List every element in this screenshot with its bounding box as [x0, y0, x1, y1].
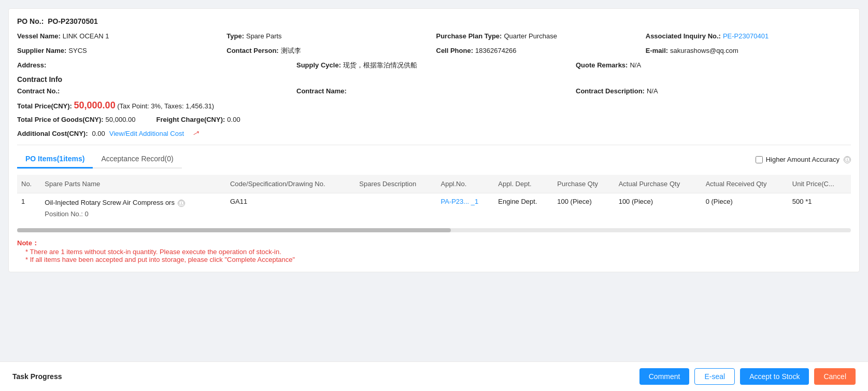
- goods-price-item: Total Price of Goods(CNY): 50,000.00: [17, 114, 135, 125]
- col-actual-received-qty: Actual Received Qty: [702, 175, 788, 193]
- freight-item: Freight Charge(CNY): 0.00: [156, 114, 240, 125]
- tab-po-items[interactable]: PO Items(1items): [17, 150, 93, 169]
- part-name: Oil-Injected Rotary Screw Air Compress o…: [45, 198, 222, 208]
- part-info-icon[interactable]: ⓘ: [178, 200, 185, 207]
- vessel-name-label: Vessel Name:: [17, 31, 61, 42]
- contract-no-item: Contract No.:: [17, 86, 292, 97]
- eseal-button[interactable]: E-seal: [694, 368, 735, 385]
- tab-acceptance-record[interactable]: Acceptance Record(0): [93, 150, 181, 169]
- purchase-plan-label: Purchase Plan Type:: [436, 31, 502, 42]
- page-wrapper: PO No.: PO-P23070501 Vessel Name: LINK O…: [0, 0, 868, 391]
- cancel-button[interactable]: Cancel: [814, 368, 856, 385]
- col-no: No.: [17, 175, 40, 193]
- note-label: Note：: [17, 239, 39, 247]
- info-grid-row2: Supplier Name: SYCS Contact Person: 测试李 …: [17, 45, 851, 57]
- contract-name-item: Contract Name:: [296, 86, 572, 97]
- note-section: Note： * There are 1 items without stock-…: [17, 239, 851, 263]
- contract-desc-value: N/A: [647, 86, 658, 97]
- po-number-label: PO No.:: [17, 17, 44, 25]
- price-row: Total Price of Goods(CNY): 50,000.00 Fre…: [17, 114, 851, 125]
- higher-accuracy-label: Higher Amount Accuracy: [766, 156, 839, 163]
- appl-no-link[interactable]: PA-P23... _1: [440, 198, 478, 205]
- footer-bar: Task Progress Comment E-seal Accept to S…: [0, 361, 868, 391]
- col-appl-no: Appl.No.: [436, 175, 494, 193]
- contract-no-label: Contract No.:: [17, 86, 60, 97]
- supplier-name-label: Supplier Name:: [17, 45, 66, 57]
- tabs-row: PO Items(1items) Acceptance Record(0) Hi…: [17, 150, 851, 169]
- email-label: E-mail:: [646, 45, 668, 57]
- cell-description: [355, 193, 436, 222]
- total-price-label: Total Price(CNY):: [17, 102, 72, 110]
- cell-unit-price: 500 *1: [788, 193, 851, 222]
- supply-cycle-label: Supply Cycle:: [296, 60, 341, 71]
- col-actual-purchase-qty: Actual Purchase Qty: [615, 175, 702, 193]
- contract-desc-label: Contract Description:: [576, 86, 645, 97]
- email-value: sakurashows@qq.com: [670, 45, 738, 57]
- table-header-row: No. Spare Parts Name Code/Specification/…: [17, 175, 851, 193]
- contract-desc-item: Contract Description: N/A: [576, 86, 851, 97]
- cell-spare-parts-name: Oil-Injected Rotary Screw Air Compress o…: [40, 193, 226, 222]
- comment-button[interactable]: Comment: [639, 368, 690, 385]
- cell-phone-item: Cell Phone: 18362674266: [436, 45, 642, 57]
- higher-accuracy-checkbox[interactable]: [756, 156, 763, 163]
- main-content: PO No.: PO-P23070501 Vessel Name: LINK O…: [0, 0, 868, 361]
- contact-person-item: Contact Person: 测试李: [226, 45, 432, 57]
- position-no: Position No.: 0: [45, 210, 222, 218]
- red-arrow-icon: ←: [189, 126, 204, 142]
- additional-cost-label: Additional Cost(CNY):: [17, 130, 88, 137]
- cell-phone-label: Cell Phone:: [436, 45, 474, 57]
- col-purchase-qty: Purchase Qty: [553, 175, 614, 193]
- cell-phone-value: 18362674266: [475, 45, 517, 57]
- cell-appl-no: PA-P23... _1: [436, 193, 494, 222]
- note-item-1: * There are 1 items without stock-in qua…: [25, 248, 851, 256]
- type-label: Type:: [226, 31, 244, 42]
- supply-cycle-item: Supply Cycle: 现货，根据靠泊情况供船: [296, 60, 572, 71]
- email-item: E-mail: sakurashows@qq.com: [646, 45, 851, 57]
- freight-label: Freight Charge(CNY):: [156, 114, 225, 125]
- tabs: PO Items(1items) Acceptance Record(0): [17, 150, 182, 169]
- contract-grid: Contract No.: Contract Name: Contract De…: [17, 86, 851, 97]
- cell-appl-dept: Engine Dept.: [494, 193, 553, 222]
- table-scrollbar-thumb: [17, 228, 451, 232]
- table-row: 1 Oil-Injected Rotary Screw Air Compress…: [17, 193, 851, 222]
- view-edit-additional-cost-link[interactable]: View/Edit Additional Cost: [109, 130, 184, 137]
- col-spare-parts-name: Spare Parts Name: [40, 175, 226, 193]
- higher-accuracy-info-icon[interactable]: ⓘ: [844, 156, 851, 163]
- quote-remarks-value: N/A: [630, 60, 641, 71]
- purchase-plan-item: Purchase Plan Type: Quarter Purchase: [436, 31, 642, 42]
- accept-to-stock-button[interactable]: Accept to Stock: [740, 368, 809, 385]
- table-wrapper: No. Spare Parts Name Code/Specification/…: [17, 175, 851, 222]
- quote-remarks-label: Quote Remarks:: [576, 60, 628, 71]
- additional-cost-row: Additional Cost(CNY): 0.00 View/Edit Add…: [17, 128, 851, 139]
- freight-value: 0.00: [227, 114, 240, 125]
- associated-inquiry-label: Associated Inquiry No.:: [646, 31, 721, 42]
- col-unit-price: Unit Price(C...: [788, 175, 851, 193]
- po-number-row: PO No.: PO-P23070501: [17, 17, 851, 25]
- associated-inquiry-value[interactable]: PE-P23070401: [723, 31, 769, 42]
- table-scrollbar[interactable]: [17, 228, 851, 232]
- supplier-name-item: Supplier Name: SYCS: [17, 45, 222, 57]
- cell-actual-purchase-qty: 100 (Piece): [615, 193, 702, 222]
- vessel-name-item: Vessel Name: LINK OCEAN 1: [17, 31, 222, 42]
- total-price-row: Total Price(CNY): 50,000.00 (Tax Point: …: [17, 100, 851, 111]
- cell-no: 1: [17, 193, 40, 222]
- total-price-value: 50,000.00: [74, 100, 116, 110]
- po-items-table: No. Spare Parts Name Code/Specification/…: [17, 175, 851, 222]
- info-grid-row1: Vessel Name: LINK OCEAN 1 Type: Spare Pa…: [17, 31, 851, 42]
- supplier-name-value: SYCS: [68, 45, 87, 57]
- cell-purchase-qty: 100 (Piece): [553, 193, 614, 222]
- vessel-name-value: LINK OCEAN 1: [63, 31, 109, 42]
- quote-remarks-item: Quote Remarks: N/A: [576, 60, 851, 71]
- col-appl-dept: Appl. Dept.: [494, 175, 553, 193]
- col-code: Code/Specification/Drawing No.: [226, 175, 355, 193]
- purchase-plan-value: Quarter Purchase: [504, 31, 557, 42]
- type-value: Spare Parts: [246, 31, 282, 42]
- address-label: Address:: [17, 60, 46, 71]
- cell-actual-received-qty: 0 (Piece): [702, 193, 788, 222]
- contact-person-label: Contact Person:: [226, 45, 278, 57]
- contract-section-title: Contract Info: [17, 75, 851, 83]
- additional-cost-value: 0.00: [92, 130, 105, 137]
- associated-inquiry-item: Associated Inquiry No.: PE-P23070401: [646, 31, 851, 42]
- supply-cycle-value: 现货，根据靠泊情况供船: [343, 60, 417, 71]
- info-grid-row3: Address: Supply Cycle: 现货，根据靠泊情况供船 Quote…: [17, 60, 851, 71]
